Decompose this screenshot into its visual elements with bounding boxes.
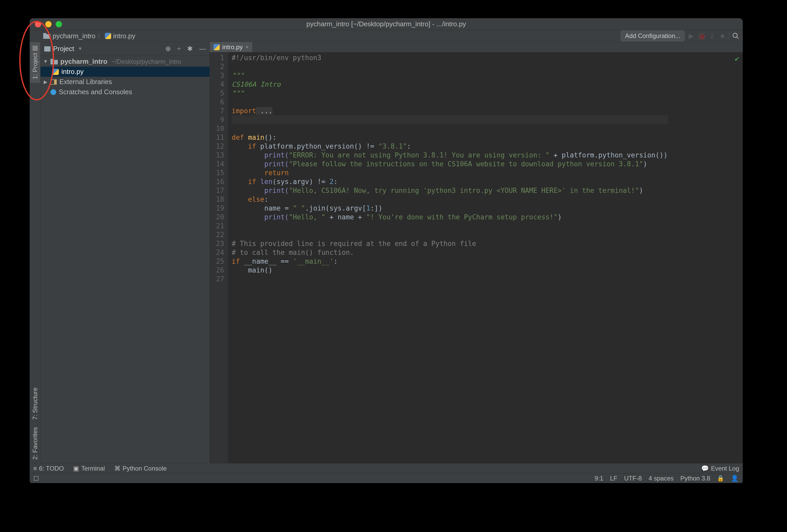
line-number[interactable]: 3 <box>216 71 224 80</box>
line-number[interactable]: 17 <box>216 186 224 195</box>
terminal-tool-button[interactable]: ▣Terminal <box>73 465 105 472</box>
scratches-label: Scratches and Consoles <box>59 88 132 96</box>
project-tool-tab[interactable]: 1: Project <box>30 42 40 83</box>
line-number[interactable]: 6 <box>216 98 224 106</box>
code-content[interactable]: #!/usr/bin/env python3 """ CS106A Intro … <box>228 52 667 463</box>
code-text: main() <box>232 266 273 274</box>
indent-info[interactable]: 4 spaces <box>648 475 674 482</box>
line-number[interactable]: 18 <box>216 195 224 204</box>
expand-arrow-icon[interactable]: ▼ <box>43 59 48 64</box>
tree-file-intro[interactable]: intro.py <box>41 67 210 77</box>
event-log-button[interactable]: 💬Event Log <box>701 465 739 472</box>
code-text: """ <box>232 71 244 79</box>
line-number[interactable]: 16 <box>216 177 224 186</box>
run-coverage-button[interactable]: ⤓ <box>708 32 716 40</box>
line-number[interactable]: 13 <box>216 151 224 159</box>
project-tree[interactable]: ▼ pycharm_intro ~/Desktop/pycharm_intro … <box>41 56 210 463</box>
line-number[interactable]: 25 <box>216 257 224 266</box>
code-text: (): <box>264 133 277 141</box>
line-number[interactable]: 2 <box>216 62 224 71</box>
minimize-window-button[interactable] <box>45 21 51 27</box>
line-number[interactable]: 12 <box>216 142 224 151</box>
code-text: ) <box>558 213 562 221</box>
file-encoding[interactable]: UTF-8 <box>624 475 642 482</box>
favorites-tool-tab[interactable]: 2: Favorites <box>30 423 40 463</box>
project-view-dropdown-icon[interactable]: ▼ <box>78 46 83 51</box>
inspection-ok-icon[interactable]: ✔ <box>735 55 739 63</box>
line-number[interactable]: 21 <box>216 221 224 230</box>
chevron-right-icon: 〉 <box>98 33 103 40</box>
add-configuration-button[interactable]: Add Configuration... <box>621 30 685 41</box>
close-window-button[interactable] <box>35 21 41 27</box>
code-text: "Hello, " <box>289 213 325 221</box>
project-root-label: pycharm_intro <box>60 58 107 66</box>
code-text: print( <box>232 151 289 159</box>
line-number[interactable]: 9 <box>216 115 224 124</box>
breadcrumb-root-label: pycharm_intro <box>52 32 95 40</box>
code-text: 2 <box>329 178 334 186</box>
line-number[interactable]: 23 <box>216 239 224 248</box>
line-separator[interactable]: LF <box>610 475 617 482</box>
line-number[interactable]: 5 <box>216 89 224 98</box>
code-text: # This provided line is required at the … <box>232 240 476 248</box>
structure-tool-tab[interactable]: 7: Structure <box>30 384 40 423</box>
code-text: if <box>232 142 260 150</box>
interpreter-info[interactable]: Python 3.8 <box>680 475 710 482</box>
tool-windows-toggle-icon[interactable] <box>34 476 39 481</box>
line-number[interactable]: 15 <box>216 168 224 177</box>
line-number[interactable]: 7 <box>216 106 224 115</box>
line-number[interactable]: 19 <box>216 204 224 213</box>
tree-scratches[interactable]: ▶ Scratches and Consoles <box>41 87 210 97</box>
expand-all-icon[interactable]: ÷ <box>177 45 181 53</box>
code-line-current <box>232 115 667 124</box>
stop-button[interactable]: ■ <box>719 32 726 40</box>
search-everywhere-button[interactable] <box>732 32 740 40</box>
select-opened-file-icon[interactable]: ⊕ <box>165 45 171 53</box>
tree-project-root[interactable]: ▼ pycharm_intro ~/Desktop/pycharm_intro <box>41 57 210 67</box>
settings-icon[interactable]: ✱ <box>187 45 193 53</box>
code-text: + name + <box>325 213 366 221</box>
line-number[interactable]: 20 <box>216 213 224 221</box>
code-editor[interactable]: ✔ 1 2 3 4 5 6 7 9 10 11 12 13 14 15 16 <box>210 52 743 463</box>
code-text: print( <box>232 187 289 194</box>
tree-external-libraries[interactable]: ▶ External Libraries <box>41 77 210 87</box>
project-panel-header: Project ▼ ⊕ ÷ ✱ — <box>41 42 210 56</box>
code-text <box>232 62 667 71</box>
todo-tool-button[interactable]: ≡6: TODO <box>33 465 64 472</box>
hide-panel-icon[interactable]: — <box>199 45 206 53</box>
line-number[interactable]: 26 <box>216 266 224 275</box>
readonly-lock-icon[interactable]: 🔒 <box>717 475 724 482</box>
code-text: : <box>264 195 269 203</box>
code-text: "3.8.1" <box>378 142 407 150</box>
editor-tab-intro[interactable]: intro.py × <box>210 42 253 52</box>
traffic-lights <box>35 21 62 27</box>
breadcrumb-file[interactable]: intro.py <box>105 32 135 40</box>
close-tab-icon[interactable]: × <box>246 44 249 50</box>
eventlog-label: Event Log <box>711 465 739 472</box>
debug-button[interactable]: 🐞 <box>698 32 705 40</box>
line-number[interactable]: 1 <box>216 54 224 62</box>
code-text: + platform.python_version()) <box>549 151 667 159</box>
line-number[interactable]: 14 <box>216 159 224 168</box>
line-number[interactable]: 27 <box>216 275 224 283</box>
terminal-icon: ▣ <box>73 465 79 472</box>
line-number[interactable]: 4 <box>216 80 224 89</box>
inspection-profile-icon[interactable]: 👤 <box>731 475 739 482</box>
breadcrumb-root[interactable]: pycharm_intro <box>43 32 95 40</box>
caret-position[interactable]: 9:1 <box>595 475 603 482</box>
code-text: "Please follow the instructions on the C… <box>289 160 643 168</box>
code-text: else <box>232 195 264 203</box>
line-number[interactable]: 11 <box>216 133 224 142</box>
project-tool-window: Project ▼ ⊕ ÷ ✱ — ▼ pycharm_intro ~/Desk… <box>41 42 210 463</box>
maximize-window-button[interactable] <box>56 21 62 27</box>
speech-bubble-icon: 💬 <box>701 465 709 472</box>
code-text: if <box>232 257 244 265</box>
python-console-tool-button[interactable]: ⌘Python Console <box>114 465 167 472</box>
run-button[interactable]: ▶ <box>687 32 695 40</box>
code-text: platform.python_version() != <box>260 142 378 150</box>
line-number[interactable]: 24 <box>216 248 224 257</box>
line-number[interactable]: 10 <box>216 124 224 133</box>
line-number[interactable]: 22 <box>216 230 224 239</box>
expand-arrow-icon[interactable]: ▶ <box>43 79 48 85</box>
line-number-gutter[interactable]: 1 2 3 4 5 6 7 9 10 11 12 13 14 15 16 17 <box>210 52 228 463</box>
